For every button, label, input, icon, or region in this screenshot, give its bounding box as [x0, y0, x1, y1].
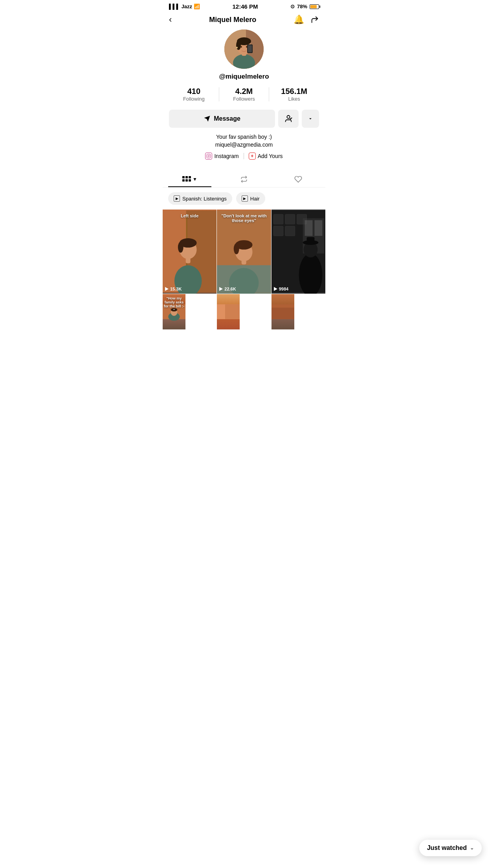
repost-icon — [240, 176, 248, 183]
bio-section: Your fav spanish boy :) miquel@azgmedia.… — [169, 133, 319, 149]
stat-likes[interactable]: 156.1M Likes — [269, 85, 319, 103]
follow-button[interactable] — [278, 110, 299, 128]
share-button[interactable] — [310, 15, 319, 24]
svg-rect-45 — [305, 220, 312, 236]
chip-label-2: Hair — [250, 196, 260, 202]
playlist-icon-1: ▶ — [174, 195, 180, 202]
video-caption-4: "How my family asks for the bill :-" — [164, 296, 184, 312]
nav-header: ‹ Miquel Melero 🔔 — [163, 11, 325, 29]
instagram-link[interactable]: Instagram — [205, 153, 238, 160]
stat-following[interactable]: 410 Following — [169, 85, 219, 103]
bio-line1: Your fav spanish boy :) — [169, 133, 319, 141]
battery-icon — [310, 4, 319, 9]
status-right: ⊙ 78% — [290, 4, 319, 9]
likes-label: Likes — [269, 96, 319, 102]
svg-rect-18 — [185, 176, 188, 178]
add-yours-label: Add Yours — [258, 153, 283, 159]
video-views-1: 15.3K — [170, 287, 182, 291]
add-yours-link[interactable]: + Add Yours — [249, 153, 283, 160]
followers-label: Followers — [219, 96, 269, 102]
username: @miquelmelero — [219, 73, 269, 81]
video-cell-4[interactable]: "How my family asks for the bill :-" — [163, 294, 185, 329]
play-icon-3 — [274, 287, 277, 291]
svg-rect-56 — [225, 304, 240, 319]
video-cell-3[interactable]: 9984 — [272, 210, 325, 294]
playlist-icon-2: ▶ — [242, 195, 248, 202]
followers-count: 4.2M — [219, 87, 269, 96]
video-views-3: 9984 — [279, 287, 288, 291]
play-icon-1 — [165, 287, 169, 291]
svg-rect-14 — [207, 154, 211, 158]
chip-spanish-listenings[interactable]: ▶ Spanish: Listenings — [168, 192, 232, 205]
tab-dropdown-icon: ▼ — [193, 177, 197, 182]
svg-rect-40 — [285, 214, 295, 224]
message-label: Message — [214, 115, 240, 122]
video-caption-1: Left side — [165, 213, 214, 218]
more-button[interactable] — [302, 110, 319, 128]
svg-rect-20 — [182, 179, 185, 182]
grid-icon — [182, 176, 191, 183]
svg-point-7 — [236, 40, 241, 50]
stats-row: 410 Following 4.2M Followers 156.1M Like… — [169, 85, 319, 103]
video-play-3: 9984 — [274, 287, 288, 291]
screen-record-icon: ⊙ — [290, 4, 295, 9]
follow-icon — [284, 114, 293, 123]
following-count: 410 — [169, 87, 219, 96]
video-cell-1[interactable]: Left side 15.3K — [163, 210, 216, 294]
svg-rect-17 — [182, 176, 185, 178]
svg-point-37 — [234, 243, 239, 254]
profile-tabs: ▼ — [163, 171, 325, 188]
links-row: Instagram + Add Yours — [205, 153, 283, 160]
video-views-2: 22.6K — [224, 287, 236, 291]
avatar — [224, 29, 264, 69]
carrier-info: ▌▌▌ Jazz 📶 — [169, 4, 200, 9]
video-cell-5[interactable] — [217, 294, 240, 329]
instagram-label: Instagram — [214, 153, 238, 159]
more-icon — [308, 116, 313, 121]
following-label: Following — [169, 96, 219, 102]
svg-rect-22 — [189, 179, 191, 182]
video-cell-2[interactable]: "Don't look at me with those eyes" 22.6K — [217, 210, 271, 294]
video-grid: Left side 15.3K "Don't look at me with t… — [163, 210, 325, 329]
profile-section: @miquelmelero 410 Following 4.2M Followe… — [163, 29, 325, 171]
svg-rect-39 — [273, 214, 283, 224]
tab-liked[interactable] — [271, 171, 325, 187]
carrier-name: Jazz — [182, 4, 192, 9]
message-button[interactable]: Message — [169, 110, 275, 128]
action-buttons: Message — [169, 110, 319, 128]
svg-point-16 — [210, 155, 210, 155]
chip-hair[interactable]: ▶ Hair — [236, 192, 265, 205]
avatar-image — [224, 29, 264, 69]
tab-reposts[interactable] — [217, 171, 271, 187]
playlist-chips: ▶ Spanish: Listenings ▶ Hair — [163, 192, 325, 210]
thumb-3-img — [272, 210, 325, 294]
header-actions: 🔔 — [294, 15, 319, 25]
message-icon — [204, 115, 211, 122]
video-play-2: 22.6K — [219, 287, 236, 291]
bio-line2: miquel@azgmedia.com — [169, 141, 319, 149]
svg-rect-19 — [189, 176, 191, 178]
svg-point-30 — [178, 242, 183, 253]
svg-point-8 — [240, 46, 242, 48]
wifi-icon: 📶 — [194, 4, 200, 9]
page-title: Miquel Melero — [209, 16, 256, 24]
link-divider — [244, 153, 244, 159]
status-time: 12:46 PM — [233, 3, 258, 10]
video-caption-2: "Don't look at me with those eyes" — [220, 213, 268, 223]
stat-followers[interactable]: 4.2M Followers — [219, 85, 269, 103]
svg-rect-21 — [185, 179, 188, 182]
battery-pct: 78% — [297, 4, 307, 9]
svg-point-13 — [287, 116, 290, 118]
svg-point-10 — [236, 47, 238, 48]
liked-icon — [294, 175, 303, 183]
svg-rect-42 — [273, 226, 283, 236]
instagram-icon — [205, 153, 212, 160]
back-button[interactable]: ‹ — [169, 15, 172, 25]
svg-rect-58 — [272, 307, 294, 319]
bell-button[interactable]: 🔔 — [294, 15, 304, 25]
thumb-5-img — [217, 294, 240, 329]
video-cell-6[interactable] — [272, 294, 294, 329]
add-yours-icon: + — [249, 153, 256, 160]
tab-videos[interactable]: ▼ — [163, 171, 217, 187]
thumb-1-img — [163, 210, 216, 294]
